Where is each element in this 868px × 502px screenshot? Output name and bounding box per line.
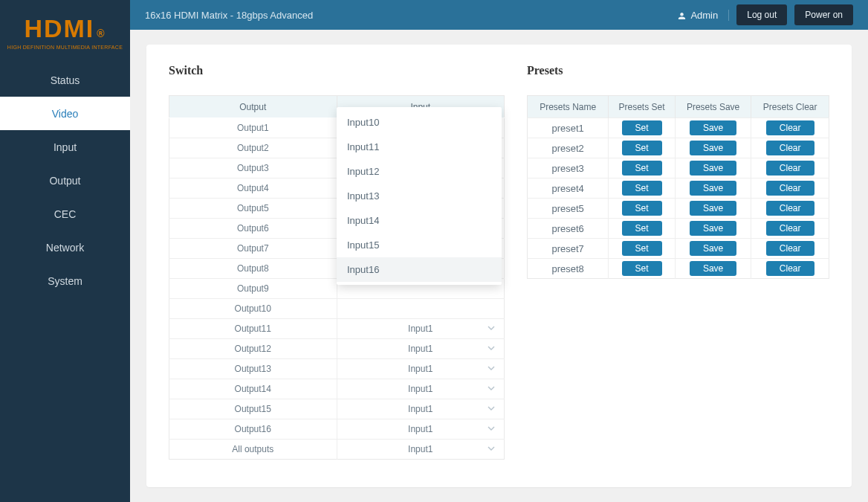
sidebar-item-system[interactable]: System [0, 264, 130, 297]
input-select[interactable]: Input1 [337, 440, 505, 460]
output-cell: Output13 [169, 359, 337, 379]
presets-header-save: Presets Save [675, 96, 751, 118]
preset-save-button[interactable]: Save [690, 201, 736, 216]
user-icon [678, 12, 686, 20]
dropdown-option[interactable]: Input16 [337, 257, 502, 282]
switch-row: Output13Input1 [169, 359, 505, 379]
dropdown-option[interactable]: Input10 [337, 110, 502, 135]
preset-save-button[interactable]: Save [690, 241, 736, 256]
preset-name: preset7 [528, 239, 609, 259]
switch-row: Output16Input1 [169, 419, 505, 440]
preset-set-button[interactable]: Set [622, 221, 662, 236]
preset-save-button[interactable]: Save [690, 181, 736, 196]
preset-clear-button[interactable]: Clear [766, 221, 814, 236]
output-cell: Output4 [169, 178, 337, 199]
chevron-down-icon [488, 364, 495, 374]
sidebar-nav: StatusVideoInputOutputCECNetworkSystem [0, 63, 130, 297]
preset-set-button[interactable]: Set [622, 141, 662, 155]
switch-title: Switch [169, 64, 505, 77]
presets-header-name: Presets Name [528, 96, 609, 118]
output-cell: Output2 [169, 138, 337, 158]
preset-set-button[interactable]: Set [622, 161, 662, 176]
switch-row: Output14Input1 [169, 379, 505, 399]
preset-set-button[interactable]: Set [622, 261, 662, 276]
preset-clear-button[interactable]: Clear [766, 141, 814, 155]
input-select[interactable]: Input1 [337, 399, 505, 419]
input-select[interactable]: Input1 [337, 419, 505, 440]
output-cell: Output8 [169, 259, 337, 279]
preset-clear-button[interactable]: Clear [766, 241, 814, 256]
preset-set-button[interactable]: Set [622, 120, 662, 135]
input-select[interactable] [337, 299, 505, 319]
sidebar: HDMI® HIGH DEFINITION MULTIMEDIA INTERFA… [0, 0, 130, 502]
dropdown-option[interactable]: Input14 [337, 208, 502, 233]
preset-row: preset2SetSaveClear [528, 138, 829, 158]
dropdown-option[interactable]: Input15 [337, 233, 502, 257]
preset-row: preset5SetSaveClear [528, 199, 829, 219]
preset-clear-button[interactable]: Clear [766, 161, 814, 176]
chevron-down-icon [488, 424, 495, 434]
input-select[interactable]: Input1 [337, 319, 505, 339]
preset-clear-button[interactable]: Clear [766, 261, 814, 276]
chevron-down-icon [488, 404, 495, 414]
output-cell: Output7 [169, 239, 337, 259]
preset-name: preset4 [528, 178, 609, 199]
preset-row: preset3SetSaveClear [528, 158, 829, 178]
dropdown-option[interactable]: Input12 [337, 159, 502, 184]
preset-row: preset8SetSaveClear [528, 259, 829, 279]
preset-clear-button[interactable]: Clear [766, 120, 814, 135]
output-cell: Output1 [169, 118, 337, 138]
power-button[interactable]: Power on [794, 4, 853, 25]
output-cell: Output15 [169, 399, 337, 419]
switch-row: Output10 [169, 299, 505, 319]
preset-row: preset4SetSaveClear [528, 178, 829, 199]
preset-save-button[interactable]: Save [690, 221, 736, 236]
dropdown-option[interactable]: Input11 [337, 135, 502, 159]
input-select[interactable]: Input1 [337, 339, 505, 359]
chevron-down-icon [488, 324, 495, 334]
sidebar-item-output[interactable]: Output [0, 164, 130, 197]
presets-panel: Presets Presets Name Presets Set Presets… [527, 64, 829, 465]
logout-button[interactable]: Log out [736, 4, 787, 25]
sidebar-item-cec[interactable]: CEC [0, 197, 130, 231]
presets-table: Presets Name Presets Set Presets Save Pr… [527, 95, 829, 279]
preset-set-button[interactable]: Set [622, 201, 662, 216]
dropdown-option[interactable]: Input13 [337, 184, 502, 208]
preset-clear-button[interactable]: Clear [766, 181, 814, 196]
input-select[interactable]: Input1 [337, 379, 505, 399]
sidebar-item-video[interactable]: Video [0, 97, 130, 130]
preset-save-button[interactable]: Save [690, 161, 736, 176]
preset-set-button[interactable]: Set [622, 181, 662, 196]
preset-save-button[interactable]: Save [690, 141, 736, 155]
logo: HDMI® HIGH DEFINITION MULTIMEDIA INTERFA… [0, 0, 130, 63]
preset-row: preset1SetSaveClear [528, 118, 829, 138]
preset-name: preset5 [528, 199, 609, 219]
output-cell: Output14 [169, 379, 337, 399]
switch-row: All outputsInput1 [169, 440, 505, 460]
preset-row: preset6SetSaveClear [528, 219, 829, 239]
preset-set-button[interactable]: Set [622, 241, 662, 256]
chevron-down-icon [488, 384, 495, 394]
output-cell: All outputs [169, 440, 337, 460]
output-cell: Output6 [169, 219, 337, 239]
sidebar-item-network[interactable]: Network [0, 231, 130, 264]
output-cell: Output3 [169, 158, 337, 178]
logo-subtitle: HIGH DEFINITION MULTIMEDIA INTERFACE [7, 45, 123, 50]
preset-name: preset3 [528, 158, 609, 178]
page-title: 16x16 HDMI Matrix - 18gbps Advanced [145, 10, 678, 21]
preset-name: preset1 [528, 118, 609, 138]
preset-clear-button[interactable]: Clear [766, 201, 814, 216]
sidebar-item-status[interactable]: Status [0, 63, 130, 97]
topbar: 16x16 HDMI Matrix - 18gbps Advanced Admi… [130, 0, 868, 30]
presets-header-set: Presets Set [609, 96, 675, 118]
input-dropdown[interactable]: Input10Input11Input12Input13Input14Input… [337, 107, 502, 285]
input-select[interactable]: Input1 [337, 359, 505, 379]
output-cell: Output16 [169, 419, 337, 440]
sidebar-item-input[interactable]: Input [0, 130, 130, 164]
chevron-down-icon [488, 344, 495, 354]
switch-row: Output11Input1 [169, 319, 505, 339]
output-cell: Output10 [169, 299, 337, 319]
preset-save-button[interactable]: Save [690, 120, 736, 135]
preset-save-button[interactable]: Save [690, 261, 736, 276]
user-label[interactable]: Admin [678, 10, 729, 21]
